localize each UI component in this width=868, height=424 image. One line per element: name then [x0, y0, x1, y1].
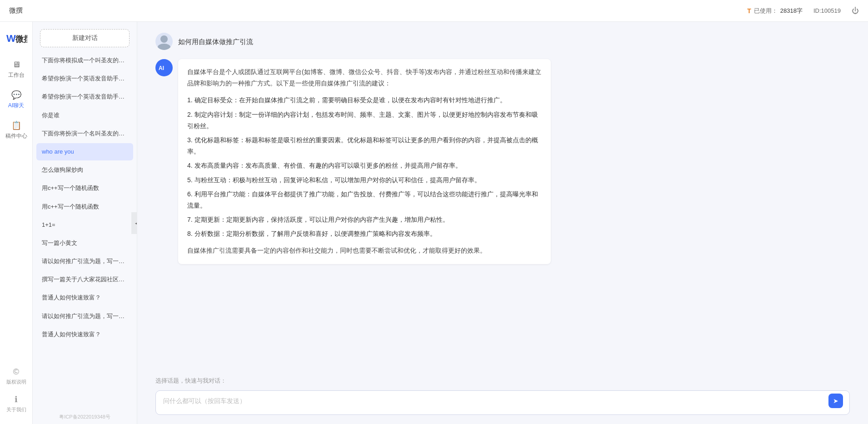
history-item-2[interactable]: 希望你扮演一个英语发音助手，我提供给你...: [36, 88, 133, 105]
topbar-right: T 已使用： 28318字 ID:100519 ⏻: [747, 7, 859, 15]
user-avatar: [155, 33, 173, 50]
ai-point-7: 8. 分析数据：定期分析数据，了解用户反馈和喜好，以便调整推广策略和内容发布频率…: [187, 228, 542, 239]
ai-point-2: 3. 优化标题和标签：标题和标签是吸引粉丝的重要因素。优化标题和标签可以让更多的…: [187, 135, 542, 157]
icp-text: 粤ICP备2022019348号: [33, 410, 137, 424]
ai-message-bubble: 自媒体平台是个人或团队通过互联网平台(如博客、微博、微信公众号、抖音、快手等)发…: [178, 59, 551, 264]
quick-topics: 选择话题，快速与我对话：: [137, 372, 868, 387]
history-item-5[interactable]: who are you: [36, 143, 133, 160]
input-box: ➤: [155, 390, 850, 415]
token-info: T 已使用： 28318字: [747, 7, 803, 15]
ai-intro-text: 自媒体平台是个人或团队通过互联网平台(如博客、微博、微信公众号、抖音、快手等)发…: [187, 66, 542, 89]
copyright-icon: ©: [13, 367, 19, 377]
svg-text:微撰: 微撰: [15, 35, 27, 44]
ai-chat-icon: 💬: [11, 90, 21, 100]
sidebar-item-about-label: 关于我们: [6, 406, 26, 413]
history-item-4[interactable]: 下面你将扮演一个名叫圣友的医生: [36, 125, 133, 142]
history-item-1[interactable]: 希望你扮演一个英语发音助手，我提供给你...: [36, 70, 133, 87]
history-item-7[interactable]: 用c++写一个随机函数: [36, 180, 133, 197]
user-message-bubble: 如何用自媒体做推广引流: [178, 33, 253, 48]
ai-point-5: 6. 利用平台推广功能：自媒体平台都提供了推广功能，如广告投放、付费推广等，可以…: [187, 189, 542, 211]
history-list: 下面你将模拟成一个叫圣友的程序员，我说... 希望你扮演一个英语发音助手，我提供…: [33, 52, 137, 410]
svg-point-3: [158, 44, 170, 50]
sidebar-item-workbench[interactable]: 🖥 工作台: [0, 56, 32, 83]
nav-bottom: © 版权说明 ℹ 关于我们: [6, 364, 26, 417]
sidebar-item-ai-chat[interactable]: 💬 AI聊天: [0, 86, 32, 113]
history-item-9[interactable]: 1+1=: [36, 216, 133, 234]
chat-area: 如何用自媒体做推广引流 AI 自媒体平台是个人或团队通过互联网平台(如博客、微博…: [137, 22, 868, 424]
ai-point-0: 1. 确定目标受众：在开始自媒体推广引流之前，需要明确目标受众是谁，以便在发布内…: [187, 95, 542, 106]
drafts-icon: 📋: [11, 120, 21, 130]
ai-conclusion-text: 自媒体推广引流需要具备一定的内容创作和社交能力，同时也需要不断尝试和优化，才能取…: [187, 245, 542, 256]
user-id: ID:100519: [813, 7, 841, 14]
input-area: ➤: [137, 387, 868, 424]
history-item-0[interactable]: 下面你将模拟成一个叫圣友的程序员，我说...: [36, 52, 133, 69]
ai-point-6: 7. 定期更新：定期更新内容，保持活跃度，可以让用户对你的内容产生兴趣，增加用户…: [187, 214, 542, 225]
about-icon: ℹ: [15, 394, 18, 404]
history-item-11[interactable]: 请以如何推广引流为题，写一篇大纲: [36, 253, 133, 270]
token-value: 28318字: [780, 7, 803, 15]
sidebar-item-copyright-label: 版权说明: [6, 379, 26, 385]
ai-point-1: 2. 制定内容计划：制定一份详细的内容计划，包括发布时间、频率、主题、文案、图片…: [187, 109, 542, 132]
history-item-3[interactable]: 你是谁: [36, 107, 133, 124]
sidebar-item-drafts-label: 稿件中心: [5, 132, 27, 140]
ai-point-3: 4. 发布高质量内容：发布高质量、有价值、有趣的内容可以吸引更多的粉丝，并提高用…: [187, 160, 542, 171]
ai-point-4: 5. 与粉丝互动：积极与粉丝互动，回复评论和私信，可以增加用户对你的认可和信任，…: [187, 175, 542, 186]
sidebar-item-drafts[interactable]: 📋 稿件中心: [0, 117, 32, 144]
sidebar-item-workbench-label: 工作台: [8, 71, 25, 79]
workbench-icon: 🖥: [12, 60, 20, 70]
history-sidebar: 新建对话 下面你将模拟成一个叫圣友的程序员，我说... 希望你扮演一个英语发音助…: [33, 22, 137, 424]
left-nav: W 微撰 🖥 工作台 💬 AI聊天 📋 稿件中心 © 版权说明 ℹ 关于我们: [0, 22, 33, 424]
history-item-8[interactable]: 用c++写一个随机函数: [36, 198, 133, 215]
sidebar-item-about[interactable]: ℹ 关于我们: [6, 391, 26, 417]
send-icon: ➤: [833, 397, 838, 404]
logo: W 微撰: [5, 29, 27, 45]
send-button[interactable]: ➤: [828, 394, 843, 408]
quick-topics-label: 选择话题，快速与我对话：: [155, 377, 226, 384]
message-input[interactable]: [163, 397, 824, 408]
topbar: 微撰 T 已使用： 28318字 ID:100519 ⏻: [0, 0, 868, 22]
collapse-sidebar-button[interactable]: ◀: [131, 212, 137, 234]
token-label: 已使用：: [754, 7, 778, 15]
history-item-12[interactable]: 撰写一篇关于八大家花园社区一刻钟便民生...: [36, 271, 133, 288]
new-chat-button[interactable]: 新建对话: [40, 29, 130, 47]
history-item-10[interactable]: 写一篇小黄文: [36, 234, 133, 252]
sidebar-item-ai-chat-label: AI聊天: [8, 102, 24, 110]
history-item-6[interactable]: 怎么做狗屎炒肉: [36, 161, 133, 179]
power-icon[interactable]: ⏻: [852, 7, 859, 15]
history-item-14[interactable]: 请以如何推广引流为题，写一篇大纲: [36, 308, 133, 325]
svg-text:W: W: [6, 33, 16, 44]
sidebar-item-copyright[interactable]: © 版权说明: [6, 364, 26, 389]
ai-avatar: AI: [155, 59, 173, 76]
chat-messages: 如何用自媒体做推广引流 AI 自媒体平台是个人或团队通过互联网平台(如博客、微博…: [137, 22, 868, 372]
history-item-15[interactable]: 普通人如何快速致富？: [36, 326, 133, 343]
svg-point-2: [160, 35, 168, 43]
ai-message-row: AI 自媒体平台是个人或团队通过互联网平台(如博客、微博、微信公众号、抖音、快手…: [155, 59, 850, 264]
topbar-title: 微撰: [9, 6, 23, 15]
history-item-13[interactable]: 普通人如何快速致富？: [36, 289, 133, 306]
svg-text:AI: AI: [159, 65, 164, 71]
token-icon: T: [747, 7, 751, 15]
user-message-row: 如何用自媒体做推广引流: [155, 33, 850, 50]
